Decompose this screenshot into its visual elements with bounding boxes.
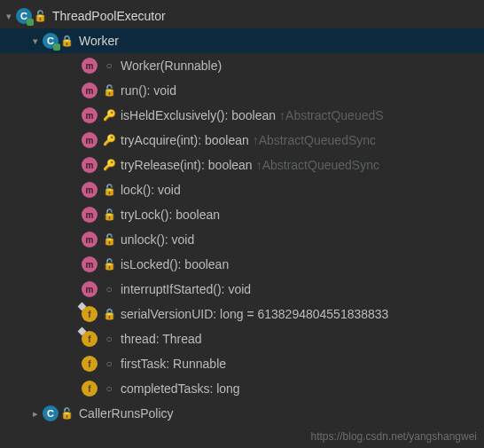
visibility-public-icon: 🔓	[103, 258, 115, 271]
field-icon: f	[82, 381, 98, 397]
visibility-package-icon: ○	[103, 382, 115, 395]
visibility-protected-icon: 🔑	[103, 109, 115, 122]
tree-node-inner-class[interactable]: ▾ C 🔒 Worker	[0, 28, 484, 53]
tree-node-member[interactable]: m🔓lock(): void	[0, 177, 484, 202]
field-icon: f	[82, 306, 98, 322]
member-label: Worker(Runnable)	[121, 59, 222, 73]
method-icon: m	[82, 182, 98, 198]
tree-node-member[interactable]: f○thread: Thread	[0, 326, 484, 351]
method-icon: m	[82, 157, 98, 173]
class-icon: C	[43, 405, 59, 421]
method-icon: m	[82, 207, 98, 223]
visibility-package-icon: ○	[103, 333, 115, 345]
structure-tree: ▾ C 🔓 ThreadPoolExecutor ▾ C 🔒 Worker m○…	[0, 0, 484, 426]
member-label: firstTask: Runnable	[121, 357, 226, 371]
visibility-public-icon: 🔓	[60, 407, 74, 420]
visibility-protected-icon: 🔑	[103, 159, 115, 171]
tree-node-member[interactable]: m🔓isLocked(): boolean	[0, 252, 484, 277]
visibility-public-icon: 🔓	[103, 84, 115, 97]
tree-node-member[interactable]: m○Worker(Runnable)	[0, 53, 484, 78]
override-hint: ↑AbstractQueuedSync	[253, 133, 376, 147]
class-icon: C	[43, 33, 59, 49]
chevron-down-icon[interactable]: ▾	[28, 35, 43, 47]
tree-node-member[interactable]: f○completedTasks: long	[0, 376, 484, 401]
method-icon: m	[82, 256, 98, 272]
tree-node-member[interactable]: f○firstTask: Runnable	[0, 351, 484, 376]
class-label: CallerRunsPolicy	[79, 406, 174, 420]
tree-node-member[interactable]: m🔓unlock(): void	[0, 227, 484, 252]
visibility-package-icon: ○	[103, 59, 115, 72]
class-label: ThreadPoolExecutor	[52, 9, 166, 23]
method-icon: m	[82, 232, 98, 248]
tree-node-member[interactable]: m🔑isHeldExclusively(): boolean↑AbstractQ…	[0, 103, 484, 128]
chevron-down-icon[interactable]: ▾	[2, 11, 16, 22]
visibility-public-icon: 🔓	[103, 208, 115, 221]
member-label: lock(): void	[121, 183, 181, 197]
visibility-package-icon: ○	[103, 283, 115, 295]
chevron-right-icon[interactable]: ▸	[28, 408, 43, 420]
method-icon: m	[82, 107, 98, 123]
member-label: isHeldExclusively(): boolean	[121, 108, 276, 122]
member-label: tryRelease(int): boolean	[121, 158, 253, 172]
member-label: interruptIfStarted(): void	[121, 282, 251, 296]
tree-node-member[interactable]: m🔑tryRelease(int): boolean↑AbstractQueue…	[0, 153, 484, 177]
tree-node-member[interactable]: m🔓run(): void	[0, 78, 484, 103]
member-label: serialVersionUID: long = 613829480455183…	[121, 307, 388, 321]
method-icon: m	[82, 58, 98, 74]
member-label: run(): void	[121, 83, 176, 98]
tree-node-member[interactable]: m🔓tryLock(): boolean	[0, 202, 484, 227]
visibility-protected-icon: 🔑	[103, 134, 115, 146]
tree-node-class[interactable]: ▾ C 🔓 ThreadPoolExecutor	[0, 4, 484, 28]
tree-node-member[interactable]: f🔒serialVersionUID: long = 6138294804551…	[0, 302, 484, 326]
visibility-public-icon: 🔓	[103, 184, 115, 196]
class-label: Worker	[79, 34, 119, 48]
override-hint: ↑AbstractQueuedS	[279, 108, 384, 122]
visibility-private-icon: 🔒	[103, 308, 115, 320]
watermark-text: https://blog.csdn.net/yangshangwei	[311, 430, 477, 443]
tree-node-member[interactable]: m🔑tryAcquire(int): boolean↑AbstractQueue…	[0, 128, 484, 153]
visibility-package-icon: ○	[103, 358, 115, 370]
field-icon: f	[82, 356, 98, 372]
member-label: unlock(): void	[121, 232, 194, 247]
tree-node-class[interactable]: ▸ C 🔓 CallerRunsPolicy	[0, 401, 484, 426]
visibility-private-icon: 🔒	[60, 35, 74, 47]
member-label: completedTasks: long	[121, 381, 240, 396]
member-label: thread: Thread	[121, 332, 202, 346]
member-label: isLocked(): boolean	[121, 257, 229, 271]
member-label: tryAcquire(int): boolean	[121, 133, 249, 147]
tree-node-member[interactable]: m○interruptIfStarted(): void	[0, 277, 484, 302]
visibility-public-icon: 🔓	[34, 10, 47, 22]
member-label: tryLock(): boolean	[121, 208, 220, 222]
field-icon: f	[82, 331, 98, 347]
method-icon: m	[82, 132, 98, 148]
class-icon: C	[16, 8, 32, 24]
method-icon: m	[82, 281, 98, 297]
override-hint: ↑AbstractQueuedSync	[256, 158, 379, 172]
visibility-public-icon: 🔓	[103, 233, 115, 246]
method-icon: m	[82, 83, 98, 98]
